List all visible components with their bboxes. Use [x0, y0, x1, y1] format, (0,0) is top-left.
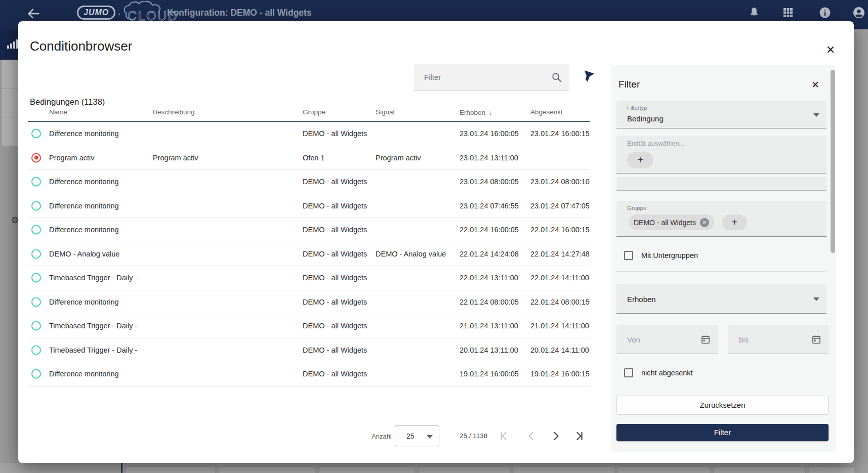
add-gruppe-button[interactable]: + — [722, 214, 747, 230]
date-from-placeholder: Von — [627, 335, 640, 343]
date-from-field[interactable]: Von — [616, 325, 718, 354]
pagesize-value: 25 — [406, 432, 415, 440]
gruppe-field: Gruppe DEMO - all Widgets ✕ + — [616, 201, 826, 237]
search-icon[interactable] — [551, 72, 562, 83]
mit-untergruppen-checkbox[interactable] — [624, 251, 633, 260]
row-radio[interactable] — [31, 153, 41, 162]
sidebar-item-settings[interactable]: ⚙ — [2, 117, 18, 146]
table-row[interactable]: Difference monitoring DEMO - all Widgets… — [28, 290, 590, 315]
table-row[interactable]: Timebased Trigger - Daily - DEMO - all W… — [28, 338, 590, 363]
add-entity-button[interactable]: + — [627, 152, 653, 168]
gruppe-label: Gruppe — [627, 205, 646, 211]
cell-erhoben: 22.01.24 16:00:05 — [460, 226, 519, 234]
background-grid-cell — [418, 466, 511, 473]
page-range-label: 25 / 1138 — [460, 432, 487, 440]
reset-button[interactable]: Zurücksetzen — [616, 396, 829, 415]
pagesize-select[interactable]: 25 — [395, 425, 439, 447]
cell-erhoben: 23.01.24 13:11:00 — [460, 154, 518, 162]
cell-signal: Program activ — [376, 154, 421, 162]
row-radio[interactable] — [31, 201, 41, 210]
filter-panel-close-icon[interactable]: ✕ — [809, 79, 821, 91]
cell-description: Program activ — [153, 154, 198, 162]
gruppe-chip[interactable]: DEMO - all Widgets ✕ — [629, 214, 714, 230]
row-radio[interactable] — [31, 273, 41, 283]
date-to-field[interactable]: bis — [728, 325, 829, 354]
cell-name: Difference monitoring — [49, 130, 119, 138]
cell-abgesenkt: 23.01.24 08:00:10 — [530, 178, 590, 186]
row-radio[interactable] — [31, 177, 41, 187]
plus-icon: + — [727, 217, 742, 228]
background-sidebar: S ⚙ — [0, 29, 18, 473]
col-header-signal[interactable]: Signal — [376, 108, 395, 116]
background-grid-cell — [514, 466, 615, 473]
row-radio[interactable] — [31, 369, 41, 379]
gruppe-chip-label: DEMO - all Widgets — [634, 219, 696, 227]
row-radio[interactable] — [31, 129, 41, 139]
filtertyp-select[interactable]: Filtertyp Bedingung — [616, 101, 826, 128]
plus-icon: + — [633, 154, 648, 166]
table-row[interactable]: Timebased Trigger - Daily - DEMO - all W… — [28, 314, 590, 338]
cell-erhoben: 20.01.24 13:11:00 — [460, 346, 518, 354]
apps-grid-icon[interactable] — [782, 7, 794, 19]
previous-page-button[interactable] — [525, 430, 538, 442]
erhoben-select-value: Erhoben — [627, 294, 656, 303]
row-radio[interactable] — [31, 225, 41, 235]
cell-erhoben: 23.01.24 16:00:05 — [460, 130, 519, 138]
table-row[interactable]: Difference monitoring DEMO - all Widgets… — [28, 194, 590, 219]
table-row[interactable]: Program activ Program activ Ofen 1 Progr… — [28, 146, 590, 170]
sidebar-item-dashboard[interactable] — [0, 29, 18, 60]
panel-scrollbar[interactable] — [831, 70, 835, 253]
table-row[interactable]: DEMO - Analog value DEMO - all Widgets D… — [28, 242, 590, 267]
cell-name: Difference monitoring — [49, 202, 119, 210]
row-radio[interactable] — [31, 345, 41, 355]
cell-erhoben: 23.01.24 07:46:55 — [460, 202, 519, 210]
nicht-abgesenkt-checkbox[interactable] — [624, 368, 633, 377]
notifications-bell-icon[interactable] — [748, 7, 760, 19]
table-row[interactable]: Difference monitoring DEMO - all Widgets… — [28, 218, 590, 242]
apply-filter-button[interactable]: Filter — [616, 424, 829, 441]
col-header-erhoben[interactable]: Erhoben↓ — [460, 108, 492, 116]
dialog-close-icon[interactable]: ✕ — [824, 44, 837, 57]
last-page-button[interactable] — [573, 430, 585, 442]
calendar-icon[interactable] — [700, 334, 711, 345]
sidebar-item[interactable]: S — [2, 60, 18, 89]
col-header-description[interactable]: Beschreibung — [153, 108, 195, 116]
entity-placeholder: Entität auswählen... — [627, 140, 684, 147]
chevron-down-icon — [813, 297, 819, 301]
cell-name: DEMO - Analog value — [49, 250, 119, 258]
nicht-abgesenkt-label: nicht abgesenkt — [641, 369, 693, 377]
cell-group: DEMO - all Widgets — [303, 226, 367, 234]
col-header-abgesenkt[interactable]: Abgesenkt — [530, 108, 563, 116]
first-page-button[interactable] — [498, 430, 510, 442]
table-row[interactable]: Difference monitoring DEMO - all Widgets… — [28, 170, 590, 194]
cell-abgesenkt: 19.01.24 16:00:15 — [530, 370, 590, 378]
row-radio[interactable] — [31, 249, 41, 259]
cell-erhoben: 22.01.24 13:11:00 — [460, 274, 518, 282]
cell-erhoben: 19.01.24 16:00:05 — [460, 370, 519, 378]
next-page-button[interactable] — [550, 430, 562, 442]
cell-name: Difference monitoring — [49, 178, 119, 186]
row-radio[interactable] — [31, 297, 41, 307]
calendar-icon[interactable] — [811, 334, 821, 345]
erhoben-select[interactable]: Erhoben — [616, 284, 826, 314]
table-row[interactable]: Timebased Trigger - Daily - DEMO - all W… — [28, 266, 590, 290]
background-divider — [121, 463, 122, 473]
cell-name: Difference monitoring — [49, 226, 119, 234]
cell-abgesenkt: 22.01.24 16:00:15 — [530, 226, 590, 234]
empty-filter-field[interactable] — [616, 177, 826, 191]
back-arrow-icon[interactable] — [26, 7, 40, 21]
cell-group: DEMO - all Widgets — [303, 298, 367, 306]
filtertyp-value: Bedingung — [627, 114, 664, 123]
chevron-down-icon — [813, 113, 819, 117]
account-icon[interactable] — [853, 7, 865, 19]
col-header-name[interactable]: Name — [49, 108, 67, 116]
search-input[interactable] — [424, 64, 541, 91]
sidebar-item[interactable] — [2, 89, 18, 117]
row-radio[interactable] — [31, 321, 41, 331]
info-icon[interactable] — [819, 7, 831, 19]
table-row[interactable]: Difference monitoring DEMO - all Widgets… — [28, 122, 590, 146]
filter-funnel-icon[interactable] — [580, 70, 595, 85]
chip-remove-icon[interactable]: ✕ — [700, 218, 709, 227]
table-row[interactable]: Difference monitoring DEMO - all Widgets… — [28, 362, 590, 386]
col-header-group[interactable]: Gruppe — [303, 108, 325, 116]
